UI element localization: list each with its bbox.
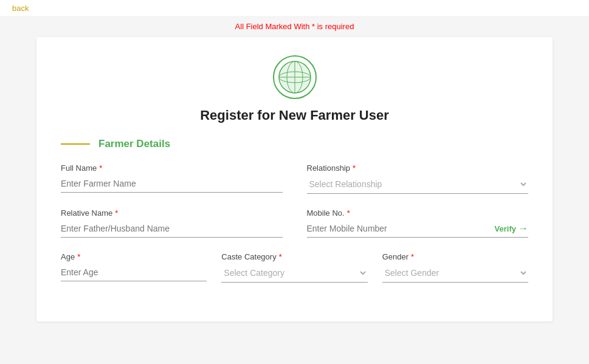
- full-name-input[interactable]: [61, 175, 283, 193]
- gender-label: Gender *: [382, 252, 528, 261]
- age-input[interactable]: [61, 264, 207, 281]
- form-grid-row2: Age * Caste Category * Select Category G…: [61, 252, 528, 297]
- caste-category-label: Caste Category *: [221, 252, 367, 261]
- page-title: Register for New Farmer User: [61, 108, 528, 123]
- top-bar: back: [0, 0, 589, 17]
- form-grid-row1: Full Name * Relationship * Select Relati…: [61, 163, 528, 252]
- gender-select[interactable]: Select Gender Male Female Other: [382, 264, 528, 283]
- relative-name-field: Relative Name *: [61, 208, 283, 238]
- mobile-verify-row: Verify →: [307, 220, 529, 238]
- verify-button[interactable]: Verify →: [495, 223, 528, 234]
- section-header: Farmer Details: [61, 138, 528, 150]
- back-link[interactable]: back: [12, 4, 29, 13]
- age-label: Age *: [61, 252, 207, 261]
- mobile-field: Mobile No. * Verify →: [307, 208, 529, 238]
- relationship-field: Relationship * Select Relationship Fathe…: [307, 163, 529, 194]
- section-line: [61, 143, 90, 145]
- registration-card: Register for New Farmer User Farmer Deta…: [36, 37, 553, 321]
- section-title: Farmer Details: [98, 138, 170, 150]
- relative-name-input[interactable]: [61, 220, 283, 238]
- verify-arrow-icon: →: [518, 223, 528, 234]
- mobile-label: Mobile No. *: [307, 208, 529, 218]
- caste-category-field: Caste Category * Select Category General…: [221, 252, 367, 283]
- mobile-input[interactable]: [307, 220, 495, 237]
- gender-field: Gender * Select Gender Male Female Other: [382, 252, 528, 283]
- caste-category-select[interactable]: Select Category General OBC SC ST: [221, 264, 367, 283]
- relationship-select[interactable]: Select Relationship Father Husband Son O…: [307, 175, 529, 194]
- relationship-label: Relationship *: [307, 163, 529, 173]
- full-name-label: Full Name *: [61, 163, 283, 173]
- age-field: Age *: [61, 252, 207, 283]
- globe-icon: [273, 55, 317, 99]
- full-name-field: Full Name *: [61, 163, 283, 194]
- relative-name-label: Relative Name *: [61, 208, 283, 218]
- required-note: All Field Marked With * is required: [0, 17, 589, 37]
- globe-icon-wrapper: [61, 55, 528, 99]
